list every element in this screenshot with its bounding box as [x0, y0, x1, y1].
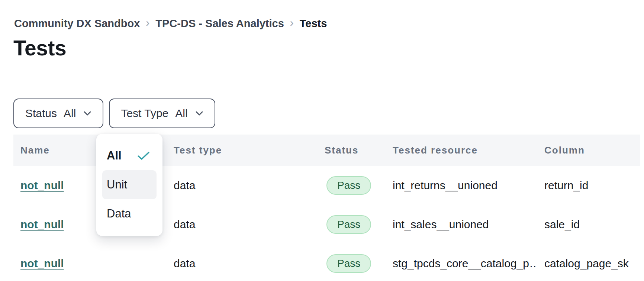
tested-resource-cell: int_returns__unioned: [386, 179, 537, 192]
breadcrumb-current-page: Tests: [300, 17, 327, 30]
status-filter-label: Status: [25, 107, 57, 120]
status-filter-value: All: [64, 107, 76, 120]
column-header-tested-resource: Tested resource: [386, 145, 537, 156]
test-type-dropdown-menu: All Unit Data: [96, 134, 162, 236]
breadcrumb-environment-link[interactable]: TPC-DS - Sales Analytics: [155, 17, 284, 30]
status-badge: Pass: [326, 215, 371, 234]
dropdown-option-data[interactable]: Data: [102, 199, 157, 228]
table-row: not_null data Pass stg_tpcds_core__catal…: [13, 244, 640, 281]
test-type-filter-button[interactable]: Test Type All: [109, 98, 215, 128]
test-name-link[interactable]: not_null: [20, 257, 64, 269]
tests-page: Community DX Sandbox › TPC-DS - Sales An…: [0, 0, 644, 281]
page-title: Tests: [13, 36, 66, 60]
tested-resource-cell: int_sales__unioned: [386, 218, 537, 231]
breadcrumb: Community DX Sandbox › TPC-DS - Sales An…: [14, 17, 327, 30]
dropdown-option-all-label: All: [107, 149, 122, 162]
column-header-test-type: Test type: [167, 145, 318, 156]
test-type-filter-value: All: [175, 107, 187, 120]
test-name-link[interactable]: not_null: [20, 218, 64, 230]
breadcrumb-separator-icon: ›: [146, 16, 149, 29]
tested-resource-cell: stg_tpcds_core__catalog_p…: [386, 257, 537, 270]
test-type-filter-label: Test Type: [121, 107, 168, 120]
column-cell: sale_id: [537, 218, 640, 231]
status-filter-button[interactable]: Status All: [13, 98, 103, 128]
column-cell: catalog_page_sk: [537, 257, 640, 270]
test-name-link[interactable]: not_null: [20, 179, 64, 191]
dropdown-option-all[interactable]: All: [102, 141, 157, 170]
chevron-down-icon: [83, 111, 91, 116]
column-header-column: Column: [537, 145, 640, 156]
check-icon: [137, 151, 150, 160]
status-badge: Pass: [326, 176, 371, 195]
breadcrumb-separator-icon: ›: [290, 16, 294, 29]
test-type-cell: data: [167, 257, 318, 270]
filter-bar: Status All Test Type All: [13, 98, 215, 128]
column-cell: return_id: [537, 179, 640, 192]
breadcrumb-project-link[interactable]: Community DX Sandbox: [14, 17, 140, 30]
test-type-cell: data: [167, 218, 318, 231]
chevron-down-icon: [195, 111, 203, 116]
column-header-status: Status: [318, 145, 386, 156]
test-type-cell: data: [167, 179, 318, 192]
status-badge: Pass: [326, 254, 371, 273]
dropdown-option-unit[interactable]: Unit: [102, 170, 157, 199]
